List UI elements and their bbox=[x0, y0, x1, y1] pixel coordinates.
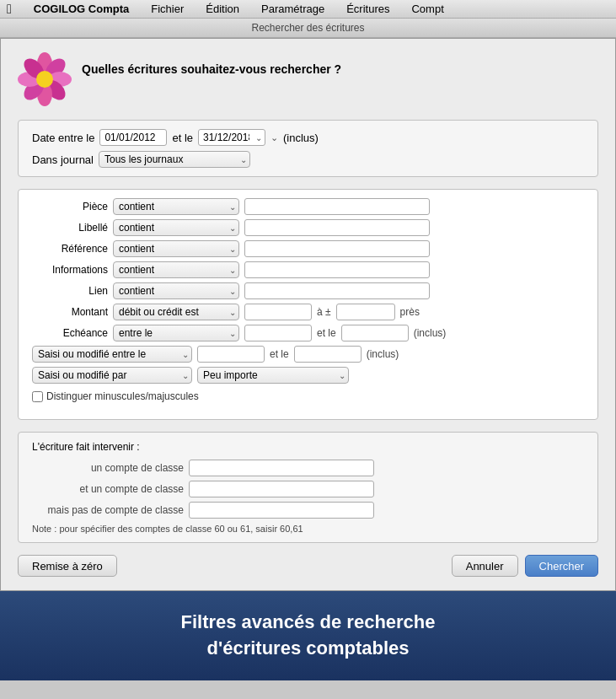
menu-compt[interactable]: Compt bbox=[408, 2, 447, 16]
journal-row: Dans journal Tous les journaux bbox=[32, 151, 584, 168]
date-journal-section: Date entre le et le ⌄ (inclus) Dans jour… bbox=[18, 120, 598, 177]
date-start-input[interactable] bbox=[99, 129, 167, 146]
dialog-titlebar: Rechercher des écritures bbox=[0, 19, 616, 38]
journal-select[interactable]: Tous les journaux bbox=[99, 151, 250, 168]
account-input-1[interactable] bbox=[189, 460, 374, 476]
echeance-label: Echéance bbox=[32, 327, 108, 339]
echeance-inclus: (inclus) bbox=[414, 327, 447, 339]
inclus-label: (inclus) bbox=[283, 132, 319, 144]
libelle-select-wrapper: contient est commence par bbox=[113, 219, 239, 236]
date-end-chevron[interactable]: ⌄ bbox=[271, 132, 278, 143]
account-row-2: et un compte de classe bbox=[32, 481, 584, 497]
peu-importe-select[interactable]: Peu importe bbox=[197, 367, 349, 384]
menu-ecritures[interactable]: Écritures bbox=[343, 2, 393, 16]
case-sensitive-checkbox[interactable] bbox=[32, 391, 43, 402]
account-label-2: et un compte de classe bbox=[32, 483, 184, 495]
lien-select[interactable]: contient est bbox=[113, 282, 239, 299]
informations-select-wrapper: contient est commence par bbox=[113, 261, 239, 278]
lien-row: Lien contient est bbox=[32, 282, 584, 299]
montant-value-input[interactable] bbox=[244, 304, 312, 320]
et-le-label: et le bbox=[172, 132, 193, 144]
saisi-entre-row: Saisi ou modifié entre le Saisi entre le… bbox=[32, 346, 584, 363]
date-end-wrapper bbox=[198, 129, 265, 146]
reference-select-wrapper: contient est commence par bbox=[113, 240, 239, 257]
echeance-start-input[interactable] bbox=[244, 325, 312, 341]
libelle-row: Libellé contient est commence par bbox=[32, 219, 584, 236]
montant-row: Montant débit ou crédit est débit est cr… bbox=[32, 304, 584, 320]
flower-icon bbox=[18, 52, 72, 106]
menubar:  COGILOG Compta Fichier Édition Paramét… bbox=[0, 0, 616, 19]
peu-importe-wrapper: Peu importe bbox=[197, 367, 349, 384]
checkbox-row: Distinguer minuscules/majuscules bbox=[32, 390, 584, 402]
saisi-end-input[interactable] bbox=[294, 346, 362, 363]
cancel-button[interactable]: Annuler bbox=[452, 555, 518, 577]
lien-input[interactable] bbox=[244, 282, 430, 299]
date-row: Date entre le et le ⌄ (inclus) bbox=[32, 129, 584, 146]
dialog-title: Rechercher des écritures bbox=[251, 22, 364, 34]
dialog-question: Quelles écritures souhaitez-vous recherc… bbox=[82, 62, 341, 76]
account-note: Note : pour spécifier des comptes de cla… bbox=[32, 524, 584, 534]
piece-label: Pièce bbox=[32, 201, 108, 212]
piece-select[interactable]: contient est commence par bbox=[113, 198, 239, 215]
apple-menu[interactable]:  bbox=[7, 2, 12, 17]
account-input-2[interactable] bbox=[189, 481, 374, 497]
piece-input[interactable] bbox=[244, 198, 430, 215]
informations-select[interactable]: contient est commence par bbox=[113, 261, 239, 278]
montant-a-label: à ± bbox=[317, 306, 331, 318]
lien-label: Lien bbox=[32, 285, 108, 297]
svg-point-8 bbox=[36, 71, 53, 88]
reference-label: Référence bbox=[32, 243, 108, 255]
saisi-start-input[interactable] bbox=[197, 346, 265, 363]
lien-select-wrapper: contient est bbox=[113, 282, 239, 299]
search-button[interactable]: Chercher bbox=[525, 555, 598, 577]
montant-select[interactable]: débit ou crédit est débit est crédit est bbox=[113, 304, 239, 320]
menu-fichier[interactable]: Fichier bbox=[147, 2, 187, 16]
dialog-body: Quelles écritures souhaitez-vous recherc… bbox=[0, 38, 616, 591]
montant-pres-input[interactable] bbox=[336, 304, 395, 320]
account-label-1: un compte de classe bbox=[32, 462, 184, 474]
btn-right-group: Annuler Chercher bbox=[452, 555, 598, 577]
account-row-1: un compte de classe bbox=[32, 460, 584, 476]
criteria-section: Pièce contient est commence par Libellé … bbox=[18, 189, 598, 420]
echeance-select[interactable]: entre le avant le après le bbox=[113, 325, 239, 341]
button-row: Remise à zéro Annuler Chercher bbox=[18, 555, 598, 577]
saisi-entre-select[interactable]: Saisi ou modifié entre le Saisi entre le… bbox=[32, 346, 192, 363]
echeance-end-input[interactable] bbox=[341, 325, 409, 341]
account-title: L'écriture fait intervenir : bbox=[32, 441, 584, 453]
banner-line2: d'écritures comptables bbox=[17, 636, 599, 662]
account-section: L'écriture fait intervenir : un compte d… bbox=[18, 432, 598, 543]
case-sensitive-label: Distinguer minuscules/majuscules bbox=[46, 390, 199, 402]
montant-select-wrapper: débit ou crédit est débit est crédit est bbox=[113, 304, 239, 320]
echeance-et-le: et le bbox=[317, 327, 336, 339]
echeance-row: Echéance entre le avant le après le et l… bbox=[32, 325, 584, 341]
saisi-par-select-wrapper: Saisi ou modifié par Saisi par Modifié p… bbox=[32, 367, 192, 384]
menu-edition[interactable]: Édition bbox=[202, 2, 243, 16]
informations-row: Informations contient est commence par bbox=[32, 261, 584, 278]
piece-row: Pièce contient est commence par bbox=[32, 198, 584, 215]
date-end-input[interactable] bbox=[198, 129, 265, 146]
banner-line1: Filtres avancés de recherche bbox=[17, 610, 599, 636]
date-entre-le-label: Date entre le bbox=[32, 132, 94, 144]
account-row-3: mais pas de compte de classe bbox=[32, 502, 584, 519]
reference-select[interactable]: contient est commence par bbox=[113, 240, 239, 257]
account-input-3[interactable] bbox=[189, 502, 374, 519]
libelle-label: Libellé bbox=[32, 222, 108, 234]
informations-label: Informations bbox=[32, 264, 108, 276]
libelle-select[interactable]: contient est commence par bbox=[113, 219, 239, 236]
reference-row: Référence contient est commence par bbox=[32, 240, 584, 257]
saisi-entre-select-wrapper: Saisi ou modifié entre le Saisi entre le… bbox=[32, 346, 192, 363]
bottom-banner: Filtres avancés de recherche d'écritures… bbox=[0, 591, 616, 680]
menu-parametrage[interactable]: Paramétrage bbox=[258, 2, 328, 16]
reset-button[interactable]: Remise à zéro bbox=[18, 555, 117, 577]
saisi-par-select[interactable]: Saisi ou modifié par Saisi par Modifié p… bbox=[32, 367, 192, 384]
montant-label: Montant bbox=[32, 306, 108, 318]
app-name: COGILOG Compta bbox=[30, 2, 132, 16]
saisi-par-row: Saisi ou modifié par Saisi par Modifié p… bbox=[32, 367, 584, 384]
saisi-et-le: et le bbox=[270, 348, 289, 360]
dans-journal-label: Dans journal bbox=[32, 153, 94, 166]
libelle-input[interactable] bbox=[244, 219, 430, 236]
saisi-inclus: (inclus) bbox=[367, 348, 399, 360]
reference-input[interactable] bbox=[244, 240, 430, 257]
dialog-header: Quelles écritures souhaitez-vous recherc… bbox=[18, 52, 598, 106]
informations-input[interactable] bbox=[244, 261, 430, 278]
